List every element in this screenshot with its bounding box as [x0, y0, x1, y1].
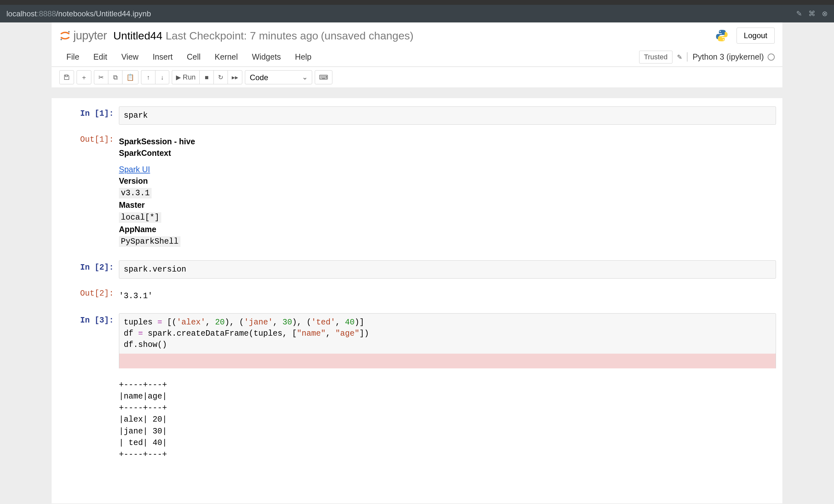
address-bar: localhost :8888 /notebooks/Untitled44.ip… — [0, 5, 834, 22]
cell-type-select[interactable]: Code — [245, 70, 312, 84]
pencil-icon[interactable]: ✎ — [677, 53, 682, 61]
move-up-icon[interactable]: ↑ — [141, 70, 155, 84]
checkpoint-status: Last Checkpoint: 7 minutes ago — [166, 29, 318, 42]
spark-ui-link[interactable]: Spark UI — [119, 165, 150, 174]
url-host: localhost — [6, 9, 37, 18]
svg-point-3 — [723, 39, 724, 40]
out-prompt: Out[1]: — [58, 132, 119, 251]
url-port: :8888 — [37, 9, 56, 18]
menu-file[interactable]: File — [59, 52, 86, 62]
menu-kernel[interactable]: Kernel — [208, 52, 245, 62]
master-label: Master — [119, 200, 145, 210]
jupyter-logo[interactable]: jupyter — [59, 29, 107, 42]
kernel-indicator[interactable]: Python 3 (ipykernel) — [687, 52, 775, 62]
menu-edit[interactable]: Edit — [86, 52, 114, 62]
master-value: local[*] — [119, 212, 161, 223]
notebook-area: In [1]: spark Out[1]: SparkSession - hiv… — [51, 98, 783, 503]
output-cell: Out[1]: SparkSession - hive SparkContext… — [58, 132, 776, 251]
code-input[interactable]: spark — [119, 106, 776, 125]
output-title: SparkSession - hive — [119, 137, 195, 146]
svg-point-2 — [720, 31, 721, 32]
interrupt-icon[interactable]: ■ — [199, 70, 214, 84]
save-icon[interactable] — [59, 70, 74, 84]
toolbar: ＋ ✂ ⧉ 📋 ↑ ↓ ▶Run ■ ↻ ▸▸ Code ⌨ — [51, 67, 783, 88]
run-label: Run — [183, 73, 196, 82]
edit-icon[interactable]: ✎ — [796, 9, 802, 18]
version-label: Version — [119, 176, 148, 185]
cut-icon[interactable]: ✂ — [94, 70, 108, 84]
restart-run-all-icon[interactable]: ▸▸ — [227, 70, 242, 84]
code-cell[interactable]: In [1]: spark — [58, 106, 776, 125]
browser-right-icons: ✎ ⌘ ⊗ — [796, 9, 828, 18]
browser-top-strip — [0, 0, 834, 5]
output-text: '3.3.1' — [119, 291, 153, 301]
code-input[interactable]: tuples = [('alex', 20), ('jane', 30), ('… — [119, 313, 776, 354]
menubar: File Edit View Insert Cell Kernel Widget… — [51, 47, 783, 67]
menu-cell[interactable]: Cell — [180, 52, 208, 62]
in-prompt: In [2]: — [58, 260, 119, 279]
code-cell[interactable]: In [2]: spark.version — [58, 260, 776, 279]
svg-point-1 — [61, 39, 62, 40]
code-input[interactable]: spark.version — [119, 260, 776, 279]
code-cell[interactable]: In [3]: tuples = [('alex', 20), ('jane',… — [58, 313, 776, 368]
svg-point-0 — [68, 31, 70, 33]
kernel-status-icon — [768, 53, 775, 61]
empty-prompt — [58, 376, 119, 464]
paste-icon[interactable]: 📋 — [122, 70, 138, 84]
logout-button[interactable]: Logout — [737, 27, 775, 44]
menu-insert[interactable]: Insert — [146, 52, 180, 62]
url[interactable]: localhost :8888 /notebooks/Untitled44.ip… — [6, 9, 151, 18]
output-cell: Out[2]: '3.3.1' — [58, 286, 776, 305]
svg-rect-4 — [65, 75, 68, 76]
error-output-bar — [119, 354, 776, 368]
out-prompt: Out[2]: — [58, 286, 119, 305]
appname-value: PySparkShell — [119, 236, 180, 247]
menu-widgets[interactable]: Widgets — [245, 52, 288, 62]
logo-text: jupyter — [73, 29, 107, 42]
notebook-name[interactable]: Untitled44 — [113, 29, 162, 42]
close-icon[interactable]: ⊗ — [822, 9, 828, 18]
output-cell: +----+---+ |name|age| +----+---+ |alex| … — [58, 376, 776, 464]
stdout-text: +----+---+ |name|age| +----+---+ |alex| … — [119, 379, 776, 461]
notebook-header: jupyter Untitled44 Last Checkpoint: 7 mi… — [51, 22, 783, 67]
appname-label: AppName — [119, 225, 156, 234]
add-cell-icon[interactable]: ＋ — [76, 70, 91, 84]
jupyter-icon — [59, 30, 71, 41]
move-down-icon[interactable]: ↓ — [155, 70, 169, 84]
trusted-indicator[interactable]: Trusted — [639, 51, 673, 64]
command-palette-icon[interactable]: ⌨ — [315, 70, 332, 84]
unsaved-indicator: (unsaved changes) — [321, 29, 414, 42]
in-prompt: In [1]: — [58, 106, 119, 125]
version-value: v3.3.1 — [119, 188, 152, 198]
output-subtitle: SparkContext — [119, 149, 171, 157]
copy-icon[interactable]: ⧉ — [108, 70, 122, 84]
url-path: /notebooks/Untitled44.ipynb — [56, 9, 151, 18]
restart-icon[interactable]: ↻ — [214, 70, 227, 84]
in-prompt: In [3]: — [58, 313, 119, 368]
run-button[interactable]: ▶Run — [172, 70, 199, 84]
python-icon — [715, 28, 729, 43]
kernel-name: Python 3 (ipykernel) — [693, 52, 764, 62]
menu-view[interactable]: View — [114, 52, 146, 62]
menu-help[interactable]: Help — [288, 52, 318, 62]
camera-icon[interactable]: ⌘ — [808, 9, 815, 18]
